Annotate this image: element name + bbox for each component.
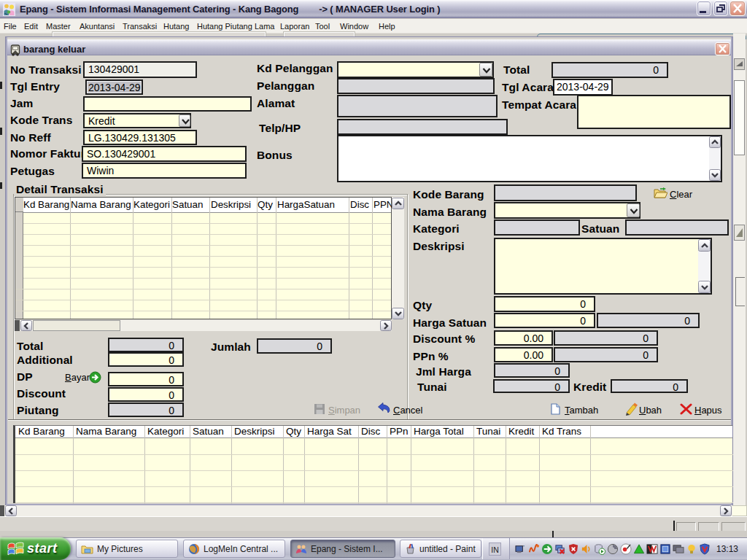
svg-text:": " [522, 544, 525, 551]
